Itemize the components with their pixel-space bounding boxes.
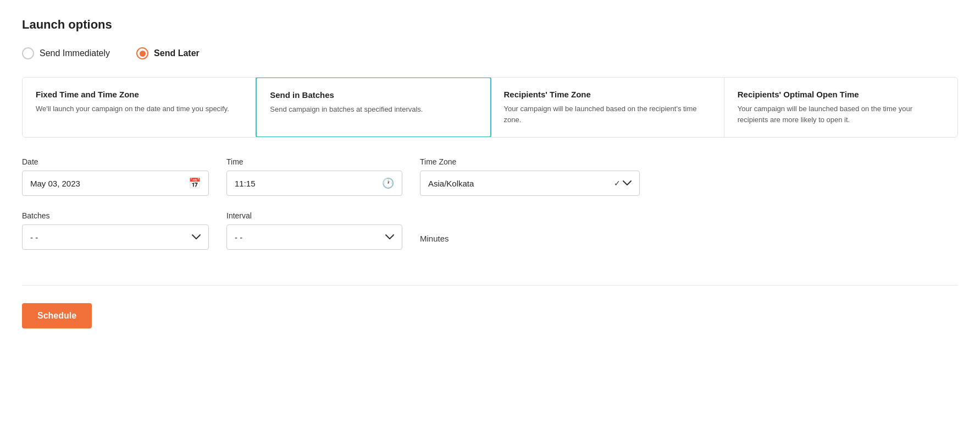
card-optimal-time[interactable]: Recipients' Optimal Open Time Your campa… xyxy=(724,78,957,137)
card-send-in-batches[interactable]: Send in Batches Send campaign in batches… xyxy=(256,77,491,138)
radio-group: Send Immediately Send Later xyxy=(22,47,958,59)
form-row-2: Batches - - Interval - - xyxy=(22,211,958,250)
batches-value: - - xyxy=(30,233,38,242)
form-row-1: Date May 03, 2023 📅 Time 11:15 🕐 Time Zo… xyxy=(22,157,958,196)
interval-field: Interval - - xyxy=(226,211,402,250)
card-batches-title: Send in Batches xyxy=(270,90,477,100)
card-fixed-time[interactable]: Fixed Time and Time Zone We'll launch yo… xyxy=(23,78,256,137)
date-label: Date xyxy=(22,157,209,166)
minutes-label: Minutes xyxy=(420,234,449,250)
batches-input[interactable]: - - xyxy=(22,224,209,250)
page-title: Launch options xyxy=(22,18,958,32)
schedule-button[interactable]: Schedule xyxy=(22,303,92,328)
radio-label-immediately: Send Immediately xyxy=(40,48,110,58)
clock-icon: 🕐 xyxy=(382,177,394,189)
card-tz-title: Recipients' Time Zone xyxy=(504,90,711,99)
card-tz-desc: Your campaign will be launched based on … xyxy=(504,103,711,125)
time-value: 11:15 xyxy=(235,179,256,188)
card-optimal-desc: Your campaign will be launched based on … xyxy=(738,103,944,125)
radio-circle-immediately xyxy=(22,47,34,59)
date-field: Date May 03, 2023 📅 xyxy=(22,157,209,196)
launch-cards: Fixed Time and Time Zone We'll launch yo… xyxy=(22,77,958,138)
batches-label: Batches xyxy=(22,211,209,220)
date-input[interactable]: May 03, 2023 📅 xyxy=(22,171,209,196)
interval-value: - - xyxy=(235,233,242,242)
radio-send-later[interactable]: Send Later xyxy=(136,47,200,59)
chevron-down-icon: ✓ xyxy=(614,179,632,188)
time-input[interactable]: 11:15 🕐 xyxy=(226,171,402,196)
timezone-label: Time Zone xyxy=(420,157,640,166)
interval-chevron-icon xyxy=(385,233,394,242)
card-fixed-time-desc: We'll launch your campaign on the date a… xyxy=(36,103,242,114)
timezone-value: Asia/Kolkata xyxy=(428,179,474,188)
radio-circle-later xyxy=(136,47,148,59)
calendar-icon: 📅 xyxy=(189,177,201,189)
interval-input[interactable]: - - xyxy=(226,224,402,250)
card-fixed-time-title: Fixed Time and Time Zone xyxy=(36,90,242,99)
date-value: May 03, 2023 xyxy=(30,179,80,188)
time-field: Time 11:15 🕐 xyxy=(226,157,402,196)
card-optimal-title: Recipients' Optimal Open Time xyxy=(738,90,944,99)
radio-send-immediately[interactable]: Send Immediately xyxy=(22,47,110,59)
timezone-input[interactable]: Asia/Kolkata ✓ xyxy=(420,171,640,196)
form-section: Date May 03, 2023 📅 Time 11:15 🕐 Time Zo… xyxy=(22,157,958,286)
card-recipients-timezone[interactable]: Recipients' Time Zone Your campaign will… xyxy=(491,78,724,137)
interval-label: Interval xyxy=(226,211,402,220)
batches-chevron-icon xyxy=(192,233,201,242)
time-label: Time xyxy=(226,157,402,166)
card-batches-desc: Send campaign in batches at specified in… xyxy=(270,104,477,115)
batches-field: Batches - - xyxy=(22,211,209,250)
radio-label-later: Send Later xyxy=(154,48,200,58)
timezone-field: Time Zone Asia/Kolkata ✓ xyxy=(420,157,640,196)
